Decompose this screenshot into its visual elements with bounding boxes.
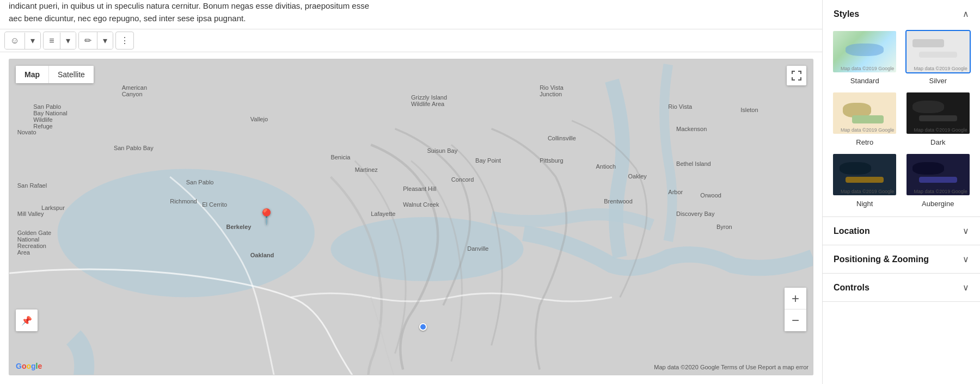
zoom-in-button[interactable]: +	[785, 288, 806, 309]
paragraph-2: aec bene dicuntur, nec ego repugno, sed …	[9, 13, 813, 25]
fullscreen-button[interactable]	[787, 66, 806, 85]
map-type-map-button[interactable]: Map	[16, 66, 48, 83]
toolbar-draw-button[interactable]: ✏	[79, 32, 97, 49]
toolbar-more-button[interactable]: ⋮	[115, 32, 134, 49]
styles-section-header[interactable]: Styles ∧	[823, 0, 980, 28]
map-container[interactable]: Map Satellite Rio VistaJunction American…	[9, 59, 813, 375]
zoom-out-button[interactable]: −	[785, 309, 806, 331]
toolbar-chevron-button-2[interactable]: ▾	[60, 32, 76, 49]
style-item-silver[interactable]: Map data ©2019 Google Silver	[905, 30, 972, 85]
style-item-night[interactable]: Map data ©2019 Google Night	[831, 153, 898, 208]
location-marker[interactable]: 📍	[257, 208, 276, 226]
toolbar-group-3: ✏ ▾	[78, 32, 113, 49]
styles-section-title: Styles	[834, 9, 859, 19]
style-label-aubergine: Aubergine	[922, 200, 954, 208]
google-logo: Google	[16, 362, 42, 370]
style-label-night: Night	[856, 200, 873, 208]
toolbar: ☺ ▾ ≡ ▾ ✏ ▾ ⋮	[0, 29, 822, 52]
map-type-satellite-button[interactable]: Satellite	[49, 66, 94, 83]
controls-chevron-icon: ∨	[963, 282, 969, 293]
map-svg	[9, 59, 813, 375]
styles-grid: Map data ©2019 Google Standard Map data …	[823, 28, 980, 216]
toolbar-smiley-button[interactable]: ☺	[5, 33, 25, 49]
style-thumbnail-retro: Map data ©2019 Google	[832, 91, 897, 135]
style-item-dark[interactable]: Map data ©2019 Google Dark	[905, 91, 972, 146]
right-panel: Styles ∧ Map data ©2019 Google Standard …	[822, 0, 980, 384]
toolbar-chevron-button-3[interactable]: ▾	[97, 32, 113, 49]
main-content: indicant pueri, in quibus ut in speculis…	[0, 0, 822, 384]
map-attribution: Map data ©2020 Google Terms of Use Repor…	[654, 364, 808, 370]
map-type-toggle: Map Satellite	[16, 66, 94, 83]
location-section-header[interactable]: Location ∨	[823, 217, 980, 245]
toolbar-chevron-button-1[interactable]: ▾	[25, 32, 40, 49]
styles-section: Styles ∧ Map data ©2019 Google Standard …	[823, 0, 980, 217]
svg-point-1	[58, 169, 315, 297]
location-section: Location ∨	[823, 217, 980, 245]
svg-point-2	[330, 217, 523, 281]
positioning-chevron-icon: ∨	[963, 254, 969, 264]
toolbar-group-2: ≡ ▾	[43, 32, 76, 49]
toolbar-align-button[interactable]: ≡	[44, 33, 60, 49]
text-area: indicant pueri, in quibus ut in speculis…	[0, 0, 822, 29]
positioning-section-title: Positioning & Zooming	[834, 255, 929, 264]
positioning-section-header[interactable]: Positioning & Zooming ∨	[823, 245, 980, 273]
styles-chevron-icon: ∧	[963, 9, 969, 19]
style-thumbnail-night: Map data ©2019 Google	[832, 153, 897, 196]
map-wrapper: Map Satellite Rio VistaJunction American…	[0, 52, 822, 384]
positioning-section: Positioning & Zooming ∨	[823, 245, 980, 274]
pin-button[interactable]: 📌	[16, 309, 38, 331]
controls-section-title: Controls	[834, 283, 869, 293]
style-label-standard: Standard	[850, 77, 879, 85]
paragraph-1: indicant pueri, in quibus ut in speculis…	[9, 0, 813, 13]
zoom-controls: + −	[785, 288, 806, 331]
style-item-aubergine[interactable]: Map data ©2019 Google Aubergine	[905, 153, 972, 208]
style-label-dark: Dark	[930, 138, 945, 146]
location-chevron-icon: ∨	[963, 226, 969, 236]
style-label-silver: Silver	[929, 77, 947, 85]
controls-section-header[interactable]: Controls ∨	[823, 274, 980, 301]
user-location-dot	[419, 323, 427, 331]
style-item-retro[interactable]: Map data ©2019 Google Retro	[831, 91, 898, 146]
style-label-retro: Retro	[856, 138, 873, 146]
controls-section: Controls ∨	[823, 274, 980, 302]
style-thumbnail-standard: Map data ©2019 Google	[832, 30, 897, 73]
style-thumbnail-aubergine: Map data ©2019 Google	[905, 153, 971, 196]
style-thumbnail-dark: Map data ©2019 Google	[905, 91, 971, 135]
toolbar-group-1: ☺ ▾	[4, 32, 41, 49]
style-thumbnail-silver: Map data ©2019 Google	[905, 30, 971, 73]
style-item-standard[interactable]: Map data ©2019 Google Standard	[831, 30, 898, 85]
location-section-title: Location	[834, 226, 870, 236]
